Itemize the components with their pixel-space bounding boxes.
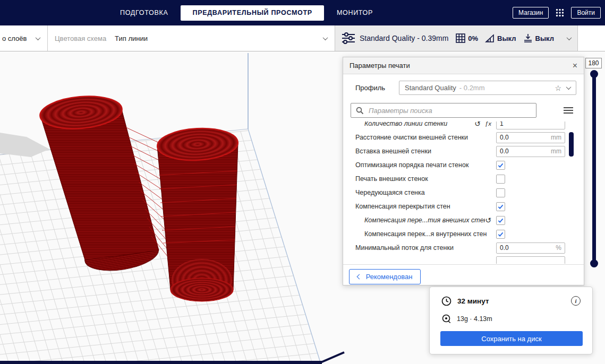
layer-slider-lower-handle[interactable] (590, 259, 598, 267)
star-icon[interactable]: ☆ (555, 84, 561, 92)
layer-slider-track[interactable] (592, 74, 596, 263)
setting-row: Вставка внешней стенки0.0mm (351, 144, 567, 158)
setting-checkbox[interactable] (496, 216, 505, 225)
print-time-estimate: 32 минут (457, 297, 489, 305)
print-job-panel: 32 минут i 13g · 4.13m Сохранить на диск (429, 287, 593, 354)
layer-slider[interactable] (590, 70, 598, 267)
setting-value-input[interactable]: 0.0mm (496, 146, 565, 157)
setting-value: 0.0 (500, 244, 556, 252)
setting-label: Оптимизация порядка печати стенок (351, 161, 496, 169)
search-placeholder: Параметры поиска (369, 107, 432, 115)
setting-value-input[interactable]: 1 (496, 122, 565, 129)
check-icon (498, 204, 504, 210)
setting-value-input[interactable]: 0.0mm (496, 132, 565, 143)
settings-menu-icon[interactable] (564, 107, 573, 114)
reset-icon[interactable]: ↺ (474, 122, 481, 127)
setting-row: Расстояние очистки внешней стенки0.0mm (351, 131, 567, 144)
view-mode-dropdown[interactable]: о слоёв (0, 25, 48, 51)
setting-label: Печать внешних стенок (351, 175, 496, 183)
layer-number-box[interactable]: 180 (585, 58, 602, 68)
settings-search-input[interactable]: Параметры поиска (351, 103, 536, 118)
recommended-label: Рекомендован (366, 273, 413, 281)
profile-label: Профиль (351, 84, 399, 92)
setting-checkbox[interactable] (496, 202, 505, 211)
tab-prepare[interactable]: ПОДГОТОВКА (110, 0, 177, 25)
material-spool-icon (441, 314, 451, 324)
view-mode-label: о слоёв (2, 34, 27, 42)
support-value: Выкл (497, 34, 516, 42)
top-navbar: ПОДГОТОВКА ПРЕДВАРИТЕЛЬНЫЙ ПРОСМОТР МОНИ… (0, 0, 605, 25)
profile-value: Standard Quality (405, 84, 456, 92)
check-icon (498, 162, 504, 168)
signin-button[interactable]: Войти (571, 7, 601, 19)
setting-label: Чередующаяся стенка (351, 189, 496, 196)
setting-row (351, 255, 567, 264)
setting-label: Расстояние очистки внешней стенки (351, 134, 496, 141)
settings-scrollbar-thumb[interactable] (569, 132, 574, 157)
function-icon[interactable]: ƒx (485, 122, 491, 127)
setting-unit: % (556, 244, 561, 252)
setting-value: 0.0 (500, 148, 551, 155)
material-estimate: 13g · 4.13m (457, 315, 492, 323)
save-to-disk-button[interactable]: Сохранить на диск (440, 331, 583, 346)
setting-row: Компенсация перек...я внутренних стен (351, 227, 567, 241)
color-scheme-dropdown[interactable]: Цветовая схема Тип линии (48, 25, 335, 51)
setting-checkbox[interactable] (496, 230, 505, 239)
infill-value: 0% (468, 34, 478, 42)
tab-preview[interactable]: ПРЕДВАРИТЕЛЬНЫЙ ПРОСМОТР (181, 5, 323, 21)
stage-tabs: ПОДГОТОВКА ПРЕДВАРИТЕЛЬНЫЙ ПРОСМОТР МОНИ… (110, 0, 382, 25)
marketplace-button[interactable]: Магазин (513, 7, 549, 19)
print-settings-summary-button[interactable]: Standard Quality - 0.39mm 0% Выкл (335, 25, 578, 51)
check-icon (498, 218, 504, 223)
setting-checkbox[interactable] (496, 188, 505, 197)
setting-label: Количество линий стенки (351, 122, 474, 127)
setting-label: Вставка внешней стенки (351, 148, 496, 155)
profile-dropdown[interactable]: Standard Quality - 0.2mm ☆ (399, 81, 576, 95)
tab-monitor[interactable]: МОНИТОР (327, 0, 382, 25)
chevron-down-icon (567, 35, 572, 40)
print-settings-header[interactable]: Параметры печати × (343, 57, 584, 74)
check-icon (498, 231, 504, 237)
setting-unit: mm (551, 134, 561, 141)
cura-window: ПОДГОТОВКА ПРЕДВАРИТЕЛЬНЫЙ ПРОСМОТР МОНИ… (0, 0, 605, 364)
active-profile-summary: Standard Quality - 0.39mm (360, 34, 448, 42)
setting-unit: mm (551, 148, 561, 155)
setting-value: 1 (500, 122, 561, 127)
support-icon (485, 33, 495, 43)
adhesion-icon (523, 33, 533, 43)
info-icon[interactable]: i (571, 296, 581, 306)
setting-label: Компенсация перекрытия стен (351, 203, 496, 210)
setting-checkbox[interactable] (496, 161, 505, 170)
setting-row: Компенсация перекрытия стен (351, 200, 567, 213)
setting-checkbox[interactable] (496, 175, 505, 184)
setting-value: 0.0 (500, 134, 551, 141)
setting-label: Минимальный поток для стенки (351, 244, 496, 252)
color-scheme-label: Цветовая схема (55, 34, 106, 42)
layer-slider-upper-handle[interactable] (590, 70, 598, 78)
setting-row: Оптимизация порядка печати стенок (351, 158, 567, 172)
print-settings-panel: Параметры печати × Профиль Standard Qual… (343, 57, 584, 285)
profile-detail: - 0.2mm (459, 84, 485, 92)
print-settings-title: Параметры печати (350, 62, 410, 70)
setting-label: Компенсация пере...тия внешних стен (351, 216, 485, 224)
setting-row: Чередующаяся стенка (351, 186, 567, 200)
applications-grid-icon[interactable] (555, 8, 565, 18)
setting-value-input[interactable] (496, 256, 565, 264)
view-toolbar: о слоёв Цветовая схема Тип линии Standar… (0, 25, 605, 51)
close-icon[interactable]: × (573, 62, 577, 70)
setting-label: Компенсация перек...я внутренних стен (351, 230, 496, 238)
infill-icon (456, 33, 465, 43)
reset-icon[interactable]: ↺ (485, 216, 491, 224)
setting-row: Компенсация пере...тия внешних стен↺ (351, 213, 567, 227)
settings-list: Количество линий стенки↺ƒx1Расстояние оч… (351, 122, 567, 264)
settings-panel-footer: Рекомендован (343, 264, 584, 285)
chevron-down-icon (566, 84, 572, 90)
adhesion-value: Выкл (535, 34, 554, 42)
recommended-mode-button[interactable]: Рекомендован (349, 269, 421, 284)
setting-row: Количество линий стенки↺ƒx1 (351, 122, 567, 131)
chevron-down-icon (323, 35, 328, 40)
chevron-down-icon (36, 35, 41, 40)
clock-icon (441, 296, 451, 306)
sliders-icon (342, 32, 355, 44)
setting-value-input[interactable]: 0.0% (496, 242, 565, 254)
